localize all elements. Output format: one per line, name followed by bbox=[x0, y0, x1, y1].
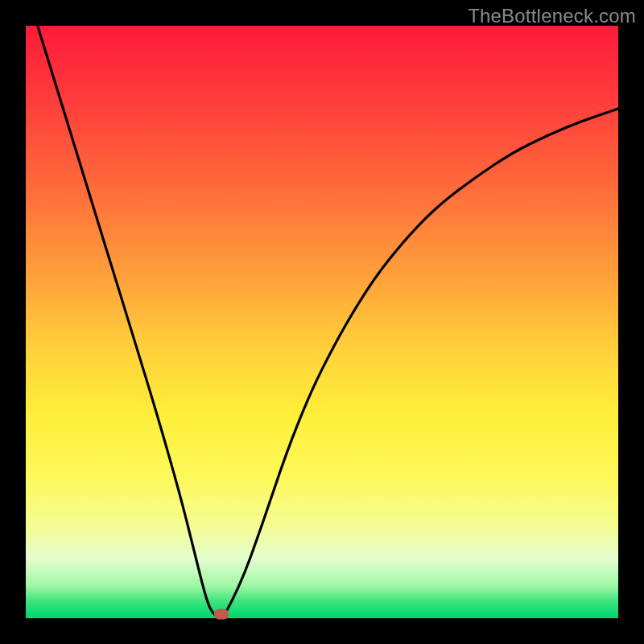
optimum-marker bbox=[214, 609, 229, 619]
chart-frame: TheBottleneck.com bbox=[0, 0, 644, 644]
curve-right-branch bbox=[225, 109, 618, 615]
plot-area bbox=[26, 26, 618, 618]
curve-svg bbox=[26, 26, 618, 618]
curve-left-branch bbox=[38, 26, 216, 615]
watermark-text: TheBottleneck.com bbox=[468, 5, 636, 27]
